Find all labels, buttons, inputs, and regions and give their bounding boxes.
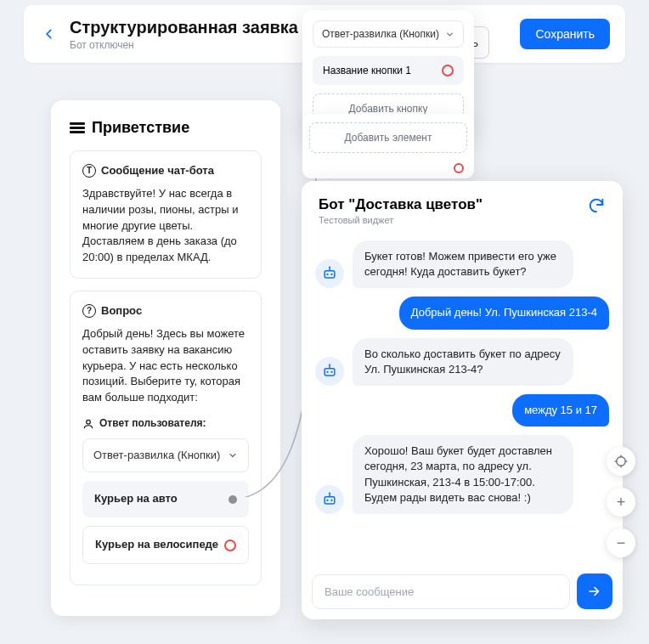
select-value: Ответ-развилка (Кнопки): [93, 448, 220, 464]
button-name-label: Название кнопки 1: [323, 65, 411, 76]
user-answer-label-text: Ответ пользователя:: [99, 416, 206, 431]
bot-bubble: Хорошо! Ваш букет будет доставлен сегодн…: [353, 435, 573, 514]
chat-input-row: [302, 563, 623, 619]
minus-icon: −: [617, 534, 626, 552]
refresh-icon: [587, 196, 606, 215]
zoom-in-button[interactable]: +: [607, 488, 635, 517]
svg-point-15: [329, 492, 330, 494]
svg-point-13: [330, 500, 332, 501]
user-bubble: Добрый день! Ул. Пушкинская 213-4: [399, 297, 609, 329]
required-indicator-icon: [454, 163, 464, 173]
svg-point-16: [617, 457, 626, 466]
text-icon: T: [82, 164, 96, 178]
user-answer-label: Ответ пользователя:: [82, 416, 249, 431]
svg-point-0: [87, 420, 91, 424]
svg-point-8: [330, 371, 332, 373]
bot-avatar: [315, 357, 344, 386]
list-icon: [70, 122, 85, 134]
card-title-row: Приветствие: [70, 119, 262, 137]
bot-avatar: [315, 485, 344, 514]
message-input[interactable]: [312, 574, 570, 609]
option-courier-bike[interactable]: Курьер на велосипеде: [82, 526, 249, 564]
svg-point-12: [326, 500, 328, 501]
save-button[interactable]: Сохранить: [520, 19, 610, 49]
answer-type-select[interactable]: Ответ-развилка (Кнопки): [82, 438, 249, 473]
svg-rect-6: [324, 369, 335, 376]
popover-select[interactable]: Ответ-развилка (Кнопки): [313, 20, 464, 48]
option-label: Курьер на велосипеде: [95, 537, 218, 553]
card-title: Приветствие: [92, 119, 189, 137]
bot-bubble: Букет готов! Можем привести его уже сего…: [353, 240, 573, 288]
plus-icon: +: [617, 494, 626, 511]
chat-body: Букет готов! Можем привести его уже сего…: [302, 234, 623, 563]
svg-point-10: [329, 364, 330, 365]
chevron-down-icon: [445, 30, 454, 39]
svg-point-7: [326, 371, 328, 373]
send-button[interactable]: [577, 573, 612, 609]
connector-dot: [229, 495, 237, 504]
chevron-left-icon: [43, 28, 55, 40]
send-icon: [587, 584, 602, 599]
bot-message-head: T Сообщение чат-бота: [82, 163, 249, 179]
robot-icon: [321, 363, 338, 380]
robot-icon: [321, 491, 338, 508]
svg-point-3: [330, 274, 332, 275]
user-bubble: между 15 и 17: [512, 394, 609, 427]
add-element-btn[interactable]: Добавить элемент: [309, 122, 467, 153]
zoom-out-button[interactable]: −: [607, 528, 635, 557]
button-name-chip[interactable]: Название кнопки 1: [313, 56, 464, 85]
refresh-button[interactable]: [587, 196, 606, 215]
svg-rect-11: [324, 497, 335, 504]
question-head: ? Вопрос: [82, 303, 249, 319]
zoom-controls: + −: [607, 447, 635, 557]
question-body: Добрый день! Здесь вы можете оставить за…: [82, 326, 249, 406]
chevron-down-icon: [228, 450, 238, 460]
option-courier-auto[interactable]: Курьер на авто: [82, 481, 249, 517]
add-element-popover: Добавить элемент: [302, 114, 474, 178]
required-indicator-icon: [224, 539, 236, 551]
back-button[interactable]: [39, 24, 59, 44]
bot-message-row: Во сколько доставить букет по адресу Ул.…: [315, 338, 609, 386]
chat-subtitle: Тестовый виджет: [319, 215, 483, 225]
crosshair-icon: [613, 454, 629, 469]
chat-header: Бот "Доставка цветов" Тестовый виджет: [302, 181, 623, 234]
person-icon: [82, 418, 94, 430]
question-block: ? Вопрос Добрый день! Здесь вы можете ос…: [70, 291, 262, 585]
chat-widget: Бот "Доставка цветов" Тестовый виджет Бу…: [302, 181, 623, 619]
zoom-locate-button[interactable]: [607, 447, 635, 476]
svg-rect-1: [324, 271, 335, 278]
chat-title: Бот "Доставка цветов": [319, 196, 483, 213]
bot-message-row: Хорошо! Ваш букет будет доставлен сегодн…: [315, 435, 609, 514]
bot-message-head-label: Сообщение чат-бота: [101, 163, 214, 179]
bot-bubble: Во сколько доставить букет по адресу Ул.…: [353, 338, 573, 386]
svg-point-2: [326, 274, 328, 275]
svg-point-5: [329, 267, 330, 268]
user-message-row: Добрый день! Ул. Пушкинская 213-4: [315, 297, 609, 329]
bot-message-body: Здравствуйте! У нас всегда в наличии роз…: [82, 186, 249, 266]
user-message-row: между 15 и 17: [315, 394, 609, 427]
question-icon: ?: [82, 304, 96, 318]
option-label: Курьер на авто: [94, 491, 178, 507]
required-indicator-icon: [442, 65, 454, 76]
popover-select-value: Ответ-развилка (Кнопки): [322, 28, 439, 40]
bot-avatar: [315, 259, 344, 288]
bot-message-block: T Сообщение чат-бота Здравствуйте! У нас…: [70, 150, 262, 279]
question-head-label: Вопрос: [101, 303, 142, 319]
robot-icon: [321, 265, 338, 282]
bot-message-row: Букет готов! Можем привести его уже сего…: [315, 240, 609, 288]
greeting-block-card: Приветствие T Сообщение чат-бота Здравст…: [51, 100, 280, 616]
